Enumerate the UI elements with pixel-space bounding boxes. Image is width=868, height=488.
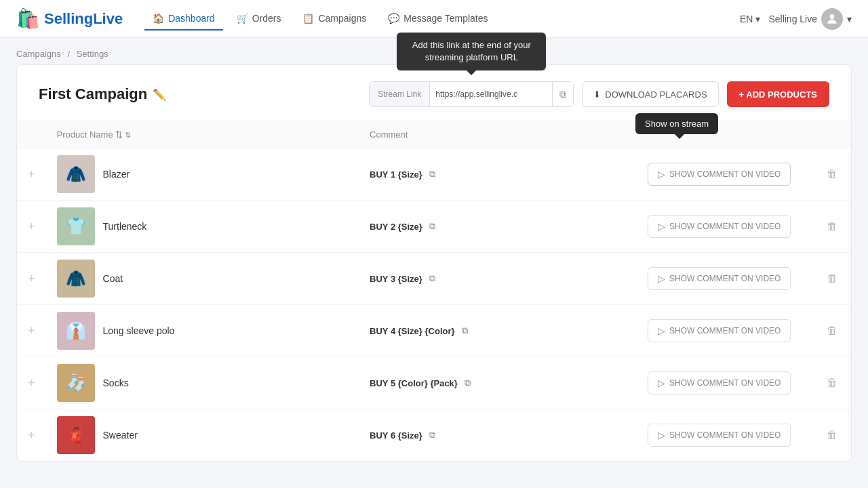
nav-right: EN ▾ Selling Live ▾ — [740, 8, 852, 30]
nav-link-campaigns[interactable]: 📋 Campaigns — [294, 7, 374, 30]
show-comment-video-button-2[interactable]: ▷ SHOW COMMENT ON VIDEO — [648, 215, 791, 238]
show-comment-label-1: SHOW COMMENT ON VIDEO — [669, 169, 781, 179]
play-icon-3: ▷ — [658, 273, 665, 284]
col-delete — [813, 121, 851, 148]
row-action-3: ▷ SHOW COMMENT ON VIDEO — [637, 253, 813, 305]
breadcrumb-separator: / — [67, 49, 70, 59]
nav-links: 🏠 Dashboard🛒 Orders📋 Campaigns💬 Message … — [144, 7, 718, 30]
row-action-1: ▷ SHOW COMMENT ON VIDEO — [637, 148, 813, 201]
copy-comment-button-1[interactable]: ⧉ — [428, 167, 437, 181]
row-product-2: 👕 Turtleneck — [46, 201, 359, 253]
product-thumbnail-3: 🧥 — [57, 260, 95, 298]
delete-product-button-5[interactable]: 🗑 — [824, 374, 840, 392]
product-name-5: Socks — [103, 378, 129, 388]
comment-text-5: BUY 5 {Color} {Pack} — [370, 378, 458, 388]
add-row-button-3[interactable]: + — [28, 272, 35, 285]
row-expand-2: + — [17, 201, 46, 253]
campaign-title-area: First Campaign ✏️ — [39, 85, 166, 103]
comment-text-2: BUY 2 {Size} — [370, 222, 422, 232]
table-header: Product Name ⇅ Comment Show on stream — [17, 121, 851, 148]
delete-product-button-6[interactable]: 🗑 — [824, 426, 840, 444]
products-table: Product Name ⇅ Comment Show on stream + … — [17, 121, 851, 461]
show-comment-label-6: SHOW COMMENT ON VIDEO — [669, 430, 781, 440]
logo[interactable]: 🛍️ SellingLive — [16, 7, 123, 30]
delete-product-button-3[interactable]: 🗑 — [824, 270, 840, 287]
show-comment-label-4: SHOW COMMENT ON VIDEO — [669, 326, 781, 336]
show-comment-label-3: SHOW COMMENT ON VIDEO — [669, 274, 781, 283]
copy-comment-button-6[interactable]: ⧉ — [428, 428, 437, 442]
product-thumbnail-4: 👔 — [57, 312, 95, 350]
row-expand-5: + — [17, 357, 46, 409]
play-icon-2: ▷ — [658, 221, 665, 232]
play-icon-1: ▷ — [658, 169, 665, 180]
show-comment-video-button-3[interactable]: ▷ SHOW COMMENT ON VIDEO — [648, 267, 791, 290]
nav-link-message-templates[interactable]: 💬 Message Templates — [380, 7, 496, 30]
campaign-title: First Campaign — [39, 85, 147, 103]
row-product-3: 🧥 Coat — [46, 253, 359, 305]
play-icon-4: ▷ — [658, 325, 665, 336]
delete-product-button-4[interactable]: 🗑 — [824, 322, 840, 340]
row-comment-3: BUY 3 {Size} ⧉ — [359, 253, 637, 305]
delete-product-button-2[interactable]: 🗑 — [824, 218, 840, 235]
logo-text: SellingLive — [44, 10, 123, 28]
card-header: First Campaign ✏️ Add this link at the e… — [17, 65, 851, 121]
user-name: Selling Live — [768, 14, 817, 24]
add-row-button-5[interactable]: + — [28, 376, 35, 390]
footer: Copyright © SellingLive 2022 — [0, 478, 868, 488]
download-icon: ⬇ — [593, 89, 601, 100]
add-products-button[interactable]: + ADD PRODUCTS — [727, 81, 829, 107]
delete-product-button-1[interactable]: 🗑 — [824, 165, 840, 183]
col-comment: Comment — [359, 121, 637, 148]
product-name-2: Turtleneck — [103, 221, 147, 232]
show-comment-video-button-5[interactable]: ▷ SHOW COMMENT ON VIDEO — [648, 371, 791, 394]
avatar — [821, 8, 843, 30]
row-expand-6: + — [17, 409, 46, 462]
svg-point-0 — [830, 14, 835, 19]
copy-comment-button-3[interactable]: ⧉ — [428, 272, 437, 285]
table-header-row: Product Name ⇅ Comment Show on stream — [17, 121, 851, 148]
add-row-button-4[interactable]: + — [28, 324, 35, 338]
row-comment-4: BUY 4 {Size} {Color} ⧉ — [359, 305, 637, 357]
stream-link-input[interactable] — [430, 89, 552, 99]
user-menu[interactable]: Selling Live ▾ — [768, 8, 852, 30]
col-product-name[interactable]: Product Name ⇅ — [46, 121, 359, 148]
row-action-4: ▷ SHOW COMMENT ON VIDEO — [637, 305, 813, 357]
add-row-button-1[interactable]: + — [28, 167, 35, 181]
products-tbody: + 🧥 Blazer BUY 1 {Size} ⧉ ▷ SHOW COMMENT… — [17, 148, 851, 462]
table-row: + 👔 Long sleeve polo BUY 4 {Size} {Color… — [17, 305, 851, 357]
language-selector[interactable]: EN ▾ — [740, 14, 760, 24]
row-delete-6: 🗑 — [813, 409, 851, 462]
edit-campaign-icon[interactable]: ✏️ — [153, 88, 166, 101]
orders-label: Orders — [252, 13, 281, 24]
stream-link-label: Stream Link — [370, 82, 430, 106]
show-comment-video-button-6[interactable]: ▷ SHOW COMMENT ON VIDEO — [648, 424, 791, 447]
row-expand-1: + — [17, 148, 46, 201]
product-name-4: Long sleeve polo — [103, 325, 175, 336]
nav-link-orders[interactable]: 🛒 Orders — [229, 7, 290, 30]
row-delete-2: 🗑 — [813, 201, 851, 253]
add-row-button-6[interactable]: + — [28, 428, 35, 442]
copy-comment-button-4[interactable]: ⧉ — [460, 324, 469, 338]
row-comment-5: BUY 5 {Color} {Pack} ⧉ — [359, 357, 637, 409]
row-delete-4: 🗑 — [813, 305, 851, 357]
add-row-button-2[interactable]: + — [28, 220, 35, 233]
copy-comment-button-5[interactable]: ⧉ — [463, 376, 472, 390]
table-row: + 🧥 Blazer BUY 1 {Size} ⧉ ▷ SHOW COMMENT… — [17, 148, 851, 201]
breadcrumb-campaigns[interactable]: Campaigns — [16, 49, 61, 59]
show-comment-video-button-4[interactable]: ▷ SHOW COMMENT ON VIDEO — [648, 319, 791, 342]
row-action-6: ▷ SHOW COMMENT ON VIDEO — [637, 409, 813, 462]
copy-comment-button-2[interactable]: ⧉ — [428, 220, 437, 233]
row-action-5: ▷ SHOW COMMENT ON VIDEO — [637, 357, 813, 409]
show-comment-video-button-1[interactable]: ▷ SHOW COMMENT ON VIDEO — [648, 163, 791, 186]
nav-link-dashboard[interactable]: 🏠 Dashboard — [144, 7, 223, 30]
row-product-6: 🧣 Sweater — [46, 409, 359, 462]
copy-stream-link-button[interactable]: ⧉ — [552, 82, 573, 106]
table-row: + 🧣 Sweater BUY 6 {Size} ⧉ ▷ SHOW COMMEN… — [17, 409, 851, 462]
product-name-3: Coat — [103, 273, 123, 284]
row-delete-5: 🗑 — [813, 357, 851, 409]
logo-icon: 🛍️ — [16, 7, 40, 30]
download-placards-button[interactable]: ⬇ DOWNLOAD PLACARDS — [582, 81, 718, 107]
breadcrumb-settings: Settings — [77, 49, 108, 59]
breadcrumb: Campaigns / Settings — [0, 38, 868, 64]
show-comment-label-5: SHOW COMMENT ON VIDEO — [669, 378, 781, 388]
